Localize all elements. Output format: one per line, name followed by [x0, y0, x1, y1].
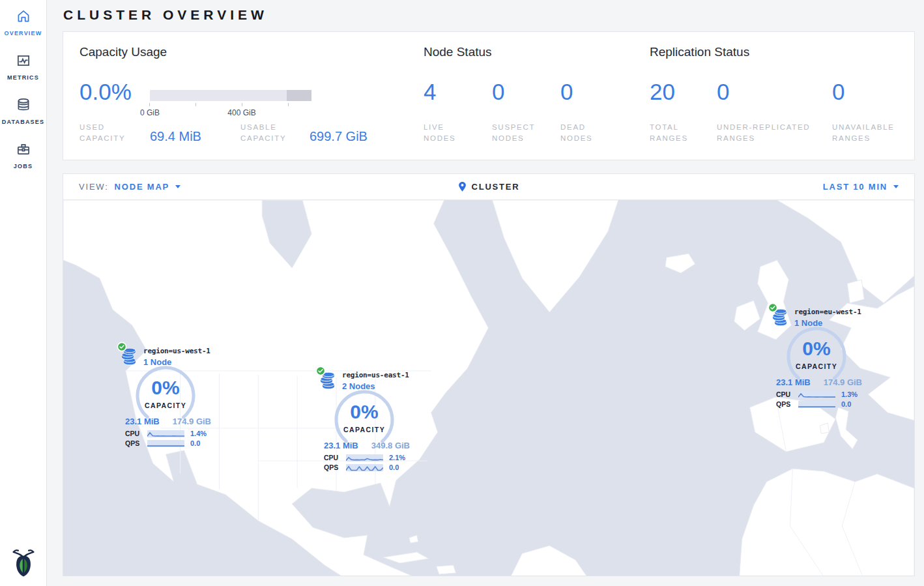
axis-tick [195, 103, 196, 106]
locality-region-label: region=us-west-1 [143, 344, 210, 355]
qps-sparkline [346, 464, 383, 471]
nodes-icon [319, 368, 337, 391]
gauge-caption: CAPACITY [333, 426, 396, 433]
nodes-icon [120, 344, 138, 367]
qps-label: QPS [776, 400, 794, 408]
node-status-title: Node Status [424, 45, 492, 59]
view-selector-dropdown[interactable]: VIEW: NODE MAP [79, 182, 180, 192]
node-status-section: Node Status 4 LIVE NODES 0 SUSPECT NODES… [424, 45, 645, 160]
cluster-summary-card: Capacity Usage 0.0% 0 GiB 400 GiB USED C… [63, 31, 915, 160]
gauge-percent: 0% [134, 377, 197, 399]
capacity-used-percent: 0.0% [79, 80, 132, 104]
time-range-value: LAST 10 MIN [823, 182, 888, 192]
gauge-caption: CAPACITY [785, 362, 848, 370]
stat-value: 20 [650, 80, 675, 104]
qps-metric-row: QPS 0.0 [776, 400, 862, 408]
sidebar-item-label: OVERVIEW [0, 30, 46, 37]
view-label: VIEW: [79, 182, 109, 192]
sidebar-item-metrics[interactable]: METRICS [0, 52, 46, 81]
sidebar-item-jobs[interactable]: JOBS [0, 141, 46, 169]
stat-label: LIVE NODES [424, 122, 457, 145]
cpu-label: CPU [324, 454, 341, 461]
cpu-label: CPU [125, 430, 143, 437]
locality-breadcrumb[interactable]: CLUSTER [458, 174, 520, 199]
usable-capacity-value: 699.7 GiB [310, 129, 368, 144]
qps-label: QPS [324, 463, 341, 471]
sidebar-item-label: JOBS [0, 163, 46, 169]
map-pin-icon [458, 181, 467, 192]
stat-label: DEAD NODES [560, 122, 594, 145]
locality-card-us-west-1[interactable]: region=us-west-1 1 Node 0% CAPACITY 23.1… [120, 344, 211, 447]
healthy-check-icon [768, 302, 778, 313]
view-value: NODE MAP [115, 182, 169, 192]
axis-tick-label: 400 GiB [222, 108, 261, 117]
stat-value: 0 [492, 80, 504, 104]
locality-card-eu-west-1[interactable]: region=eu-west-1 1 Node 0% CAPACITY 23.1… [771, 304, 862, 408]
locality-meta: region=us-east-1 2 Nodes [342, 368, 409, 391]
cpu-value: 1.4% [190, 430, 207, 437]
axis-tick [288, 103, 289, 106]
capacity-bar [150, 90, 311, 101]
cpu-sparkline [798, 391, 835, 398]
gauge-percent: 0% [333, 401, 396, 423]
locality-region-label: region=eu-west-1 [794, 304, 861, 316]
axis-tick [149, 103, 150, 106]
stat-value: 0 [717, 80, 729, 104]
breadcrumb-label: CLUSTER [472, 182, 520, 192]
sidebar-item-overview[interactable]: OVERVIEW [0, 8, 46, 37]
qps-label: QPS [125, 439, 143, 447]
nodes-icon [771, 304, 789, 328]
metrics-icon [0, 52, 46, 70]
databases-icon [0, 96, 46, 115]
locality-meta: region=us-west-1 1 Node [143, 344, 210, 367]
stat-label: SUSPECT NODES [492, 122, 539, 145]
capacity-usage-title: Capacity Usage [79, 45, 167, 59]
qps-value: 0.0 [190, 439, 200, 447]
capacity-gauge: 0% CAPACITY [333, 388, 396, 451]
cpu-value: 2.1% [389, 454, 405, 461]
time-range-selector[interactable]: LAST 10 MIN [823, 182, 899, 192]
main-content: CLUSTER OVERVIEW Capacity Usage 0.0% 0 G… [47, 0, 924, 576]
capacity-usage-section: Capacity Usage 0.0% 0 GiB 400 GiB USED C… [79, 45, 422, 160]
cpu-metric-row: CPU 1.4% [125, 430, 211, 437]
capacity-gauge: 0% CAPACITY [785, 325, 848, 388]
axis-tick [242, 103, 242, 106]
cockroachdb-logo[interactable] [11, 548, 36, 579]
used-capacity-value: 69.4 MiB [150, 129, 201, 144]
locality-region-label: region=us-east-1 [342, 368, 409, 379]
qps-value: 0.0 [389, 463, 399, 471]
chevron-down-icon [175, 185, 180, 188]
capacity-gauge: 0% CAPACITY [134, 364, 197, 427]
replication-status-title: Replication Status [650, 45, 749, 59]
home-icon [0, 8, 46, 26]
stat-value: 0 [832, 80, 845, 104]
map-toolbar: VIEW: NODE MAP CLUSTER LAST 10 MIN [63, 174, 914, 200]
qps-sparkline [147, 440, 184, 447]
cpu-value: 1.3% [841, 390, 858, 398]
used-capacity-label: USED CAPACITY [79, 122, 145, 145]
page-title: CLUSTER OVERVIEW [47, 0, 924, 31]
cpu-sparkline [346, 454, 383, 461]
qps-metric-row: QPS 0.0 [324, 463, 410, 471]
sidebar-item-databases[interactable]: DATABASES [0, 96, 46, 125]
stat-label: UNAVAILABLE RANGES [832, 122, 905, 145]
stat-value: 4 [424, 80, 436, 104]
qps-sparkline [798, 401, 835, 408]
healthy-check-icon [117, 342, 127, 352]
locality-meta: region=eu-west-1 1 Node [794, 304, 861, 328]
cpu-sparkline [147, 430, 184, 437]
stat-value: 0 [560, 80, 573, 104]
gauge-percent: 0% [785, 338, 848, 360]
locality-card-us-east-1[interactable]: region=us-east-1 2 Nodes 0% CAPACITY 23.… [319, 368, 410, 471]
healthy-check-icon [315, 366, 326, 376]
axis-tick-label: 0 GiB [130, 108, 169, 117]
replication-status-section: Replication Status 20 TOTAL RANGES 0 UND… [650, 45, 901, 160]
jobs-icon [0, 141, 46, 159]
sidebar-item-label: DATABASES [0, 119, 46, 125]
node-map: region=us-west-1 1 Node 0% CAPACITY 23.1… [63, 200, 914, 576]
usable-capacity-label: USABLE CAPACITY [240, 122, 306, 145]
sidebar-item-label: METRICS [0, 74, 46, 81]
qps-metric-row: QPS 0.0 [125, 439, 211, 447]
chevron-down-icon [893, 185, 899, 188]
qps-value: 0.0 [841, 400, 851, 408]
